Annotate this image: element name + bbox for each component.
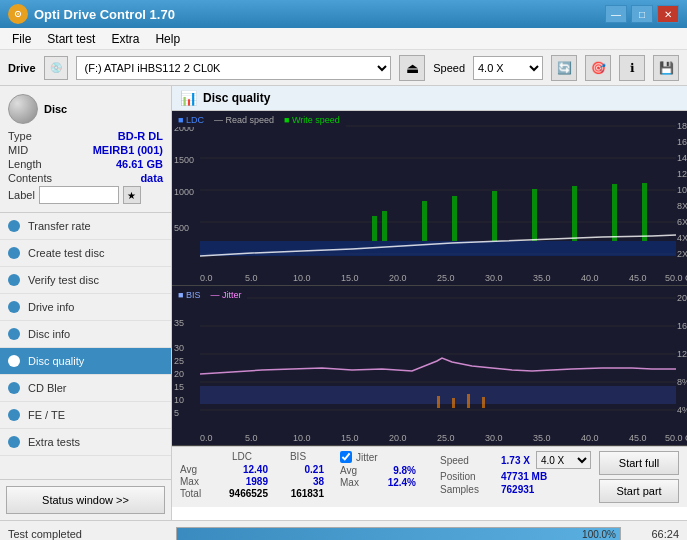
svg-text:18X: 18X	[677, 121, 687, 131]
drive-select[interactable]: (F:) ATAPI iHBS112 2 CL0K	[76, 56, 392, 80]
svg-text:20%: 20%	[677, 293, 687, 303]
svg-text:25: 25	[174, 356, 184, 366]
svg-text:0.0: 0.0	[200, 433, 213, 443]
svg-text:30: 30	[174, 343, 184, 353]
legend-jitter: — Jitter	[210, 290, 241, 300]
total-key: Total	[180, 488, 212, 499]
stats-section: LDC BIS Avg 12.40 0.21 Max 1989 38 Total…	[180, 451, 324, 499]
svg-rect-33	[452, 196, 457, 241]
svg-text:35: 35	[174, 318, 184, 328]
sidebar-item-verify-test-disc[interactable]: Verify test disc	[0, 267, 171, 294]
menu-help[interactable]: Help	[147, 30, 188, 48]
jitter-checkbox[interactable]	[340, 451, 352, 463]
eject-button[interactable]: ⏏	[399, 55, 425, 81]
svg-text:2X: 2X	[677, 249, 687, 259]
position-key: Position	[440, 471, 495, 482]
status-window-button[interactable]: Status window >>	[6, 486, 165, 514]
bis-header: BIS	[272, 451, 324, 462]
max-ldc: 1989	[216, 476, 268, 487]
svg-text:15.0: 15.0	[341, 433, 359, 443]
sidebar-item-disc-info[interactable]: Disc info	[0, 321, 171, 348]
speed-select-small[interactable]: 4.0 X	[536, 451, 591, 469]
nav-label: Disc info	[28, 328, 70, 340]
sidebar-item-create-test-disc[interactable]: Create test disc	[0, 240, 171, 267]
menu-extra[interactable]: Extra	[103, 30, 147, 48]
contents-value: data	[140, 172, 163, 184]
sidebar-item-extra-tests[interactable]: Extra tests	[0, 429, 171, 456]
svg-text:10.0: 10.0	[293, 273, 311, 283]
app-icon: ⊙	[8, 4, 28, 24]
svg-text:10.0: 10.0	[293, 433, 311, 443]
avg-ldc: 12.40	[216, 464, 268, 475]
menu-bar: File Start test Extra Help	[0, 28, 687, 50]
svg-text:16%: 16%	[677, 321, 687, 331]
length-value: 46.61 GB	[116, 158, 163, 170]
minimize-button[interactable]: —	[605, 5, 627, 23]
progress-bar: 100.0%	[176, 527, 621, 541]
sidebar-item-drive-info[interactable]: Drive info	[0, 294, 171, 321]
nav-icon	[8, 220, 20, 232]
settings-button[interactable]: 🎯	[585, 55, 611, 81]
svg-text:30.0: 30.0	[485, 433, 503, 443]
label-key: Label	[8, 189, 35, 201]
svg-text:10: 10	[174, 395, 184, 405]
nav-label: Create test disc	[28, 247, 104, 259]
drive-bar: Drive 💿 (F:) ATAPI iHBS112 2 CL0K ⏏ Spee…	[0, 50, 687, 86]
lower-chart: 20% 16% 12% 8% 4% 40 35 30 25 20 15 10 5	[172, 286, 687, 446]
speed-key: Speed	[440, 455, 495, 466]
svg-text:5.0: 5.0	[245, 273, 258, 283]
jitter-section: Jitter Avg 9.8% Max 12.4%	[340, 451, 416, 488]
svg-text:15: 15	[174, 382, 184, 392]
svg-text:10X: 10X	[677, 185, 687, 195]
nav-items: Transfer rate Create test disc Verify te…	[0, 213, 171, 479]
maximize-button[interactable]: □	[631, 5, 653, 23]
start-full-button[interactable]: Start full	[599, 451, 679, 475]
svg-text:8X: 8X	[677, 201, 687, 211]
chart-header-icon: 📊	[180, 90, 197, 106]
close-button[interactable]: ✕	[657, 5, 679, 23]
mid-key: MID	[8, 144, 28, 156]
avg-key: Avg	[180, 464, 212, 475]
contents-key: Contents	[8, 172, 52, 184]
legend-bis: ■ BIS	[178, 290, 200, 300]
nav-label: Disc quality	[28, 355, 84, 367]
jitter-max-key: Max	[340, 477, 372, 488]
sidebar-item-fe-te[interactable]: FE / TE	[0, 402, 171, 429]
label-input[interactable]	[39, 186, 119, 204]
svg-text:25.0: 25.0	[437, 273, 455, 283]
svg-rect-34	[492, 191, 497, 241]
sidebar-item-transfer-rate[interactable]: Transfer rate	[0, 213, 171, 240]
menu-file[interactable]: File	[4, 30, 39, 48]
info-button[interactable]: ℹ	[619, 55, 645, 81]
speed-label: Speed	[433, 62, 465, 74]
svg-text:45.0: 45.0	[629, 433, 647, 443]
svg-rect-71	[467, 394, 470, 408]
length-key: Length	[8, 158, 42, 170]
refresh-button[interactable]: 🔄	[551, 55, 577, 81]
nav-label: CD Bler	[28, 382, 67, 394]
svg-rect-32	[422, 201, 427, 241]
save-button[interactable]: 💾	[653, 55, 679, 81]
label-button[interactable]: ★	[123, 186, 141, 204]
progress-percent: 100.0%	[582, 528, 616, 541]
drive-icon: 💿	[44, 56, 68, 80]
svg-text:50.0 GB: 50.0 GB	[665, 273, 687, 283]
svg-rect-36	[572, 186, 577, 241]
svg-text:16X: 16X	[677, 137, 687, 147]
svg-rect-35	[532, 189, 537, 241]
sidebar-item-disc-quality[interactable]: Disc quality	[0, 348, 171, 375]
svg-text:20.0: 20.0	[389, 433, 407, 443]
jitter-label: Jitter	[356, 452, 378, 463]
nav-icon	[8, 301, 20, 313]
nav-icon	[8, 409, 20, 421]
sidebar-item-cd-bler[interactable]: CD Bler	[0, 375, 171, 402]
menu-start-test[interactable]: Start test	[39, 30, 103, 48]
start-part-button[interactable]: Start part	[599, 479, 679, 503]
max-bis: 38	[272, 476, 324, 487]
svg-rect-38	[642, 183, 647, 241]
total-ldc: 9466525	[216, 488, 268, 499]
svg-text:14X: 14X	[677, 153, 687, 163]
speed-section: Speed 1.73 X 4.0 X Position 47731 MB Sam…	[440, 451, 591, 495]
speed-select[interactable]: 4.0 X	[473, 56, 543, 80]
svg-text:40.0: 40.0	[581, 433, 599, 443]
